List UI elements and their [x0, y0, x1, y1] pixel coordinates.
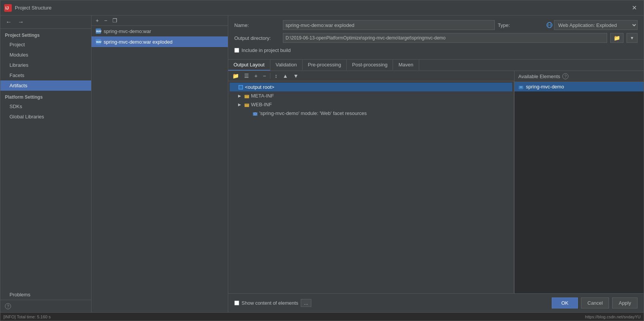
status-info: [INFO] Total time: 5.160 s [3, 315, 51, 319]
output-list-button[interactable]: ☰ [242, 72, 251, 79]
name-label: Name: [234, 22, 280, 28]
browse-output-dir-button[interactable]: 📁 [610, 33, 623, 43]
artifact-item-war[interactable]: WAR spring-mvc-demo:war [92, 26, 228, 36]
tree-item-web-inf[interactable]: ▶ WEB-INF [230, 100, 512, 109]
meta-inf-expand[interactable]: ▶ [238, 94, 243, 98]
output-layout-content: 📁 ☰ + − ↕ ▲ ▼ [228, 71, 644, 293]
web-inf-expand[interactable]: ▶ [238, 102, 243, 107]
include-in-build-label: Include in project build [242, 47, 290, 53]
status-bar: [INFO] Total time: 5.160 s https://blog.… [0, 312, 644, 321]
type-select[interactable]: Web Application: Exploded [554, 20, 638, 30]
available-elements-help-icon[interactable]: ? [562, 73, 568, 79]
output-down-button[interactable]: ▼ [291, 72, 300, 79]
show-content-row: Show content of elements ... [234, 299, 311, 307]
tree-item-output-root[interactable]: <output root> [230, 83, 512, 91]
svg-rect-12 [245, 95, 248, 96]
output-dir-row: Output directory: 📁 ▼ [234, 33, 638, 43]
output-dir-input[interactable] [283, 33, 607, 43]
tab-post-processing[interactable]: Post-processing [347, 60, 393, 71]
available-item-spring-mvc-demo[interactable]: spring-mvc-demo [515, 82, 644, 91]
name-row: Name: Type: Web Application: E [234, 20, 638, 30]
sidebar-item-modules[interactable]: Modules [0, 50, 91, 60]
cancel-button[interactable]: Cancel [581, 297, 609, 308]
apply-button[interactable]: Apply [612, 297, 638, 308]
nav-forward-button[interactable]: → [16, 18, 26, 26]
sidebar-item-artifacts[interactable]: Artifacts [0, 80, 91, 91]
war-exploded-icon: WAR [95, 39, 101, 45]
tree-item-meta-inf[interactable]: ▶ META-INF [230, 91, 512, 100]
artifacts-toolbar: + − ❐ [92, 16, 228, 26]
sidebar-item-libraries[interactable]: Libraries [0, 60, 91, 70]
artifacts-panel: + − ❐ WAR spring-mvc-demo:war [92, 16, 228, 312]
project-structure-dialog: IJ Project Structure ✕ ← → Project Setti… [0, 0, 644, 321]
app-icon: IJ [4, 4, 12, 12]
svg-rect-10 [239, 86, 242, 89]
artifacts-list: WAR spring-mvc-demo:war WAR spring-mvc-d… [92, 26, 228, 312]
web-facet-icon [253, 111, 258, 116]
sidebar-item-problems[interactable]: Problems [0, 290, 91, 300]
dialog-content: ← → Project Settings Project Modules Lib… [0, 16, 644, 312]
top-area: + − ❐ WAR spring-mvc-demo:war [92, 16, 644, 312]
tree-item-web-facet[interactable]: 'spring-mvc-demo' module: 'Web' facet re… [230, 109, 512, 118]
available-panel: Available Elements ? [515, 71, 644, 293]
include-in-build-checkbox[interactable] [234, 48, 239, 53]
status-url: https://blog.csdn.net/sndayYU [585, 315, 641, 319]
svg-rect-19 [520, 87, 522, 88]
sidebar-item-facets[interactable]: Facets [0, 70, 91, 80]
web-inf-icon [244, 102, 249, 107]
ellipsis-button[interactable]: ... [301, 299, 312, 307]
sidebar-help: ? [0, 300, 91, 312]
sidebar: ← → Project Settings Project Modules Lib… [0, 16, 92, 312]
available-item-icon [518, 84, 524, 90]
sidebar-item-global-libraries[interactable]: Global Libraries [0, 112, 91, 122]
sidebar-item-project[interactable]: Project [0, 39, 91, 50]
bottom-bar: Show content of elements ... OK Cancel A… [228, 293, 644, 312]
output-toolbar: 📁 ☰ + − ↕ ▲ ▼ [228, 71, 514, 81]
window-title: Project Structure [15, 5, 629, 11]
copy-artifact-button[interactable]: ❐ [110, 17, 119, 24]
name-input[interactable] [283, 20, 495, 30]
title-bar: IJ Project Structure ✕ [0, 0, 644, 16]
svg-rect-18 [520, 87, 522, 87]
artifact-item-war-exploded[interactable]: WAR spring-mvc-demo:war exploded [92, 36, 228, 47]
show-content-checkbox[interactable] [234, 301, 239, 305]
tabs-bar: Output Layout Validation Pre-processing … [228, 60, 644, 71]
type-icon [546, 22, 552, 28]
output-remove-button[interactable]: − [261, 72, 268, 79]
tab-pre-processing[interactable]: Pre-processing [303, 60, 347, 71]
type-label: Type: [498, 22, 543, 28]
output-add-button[interactable]: + [253, 72, 259, 79]
platform-settings-label: Platform Settings [0, 91, 91, 101]
output-root-icon [238, 85, 243, 90]
project-settings-label: Project Settings [0, 29, 91, 39]
close-button[interactable]: ✕ [629, 3, 640, 13]
output-up-button[interactable]: ▲ [281, 72, 290, 79]
help-icon[interactable]: ? [5, 303, 11, 309]
add-artifact-button[interactable]: + [94, 17, 101, 24]
available-elements-header: Available Elements ? [515, 71, 644, 82]
detail-header: Name: Type: Web Application: E [228, 16, 644, 60]
svg-text:WAR: WAR [96, 30, 101, 33]
output-folder-button[interactable]: 📁 [230, 72, 241, 79]
tab-validation[interactable]: Validation [270, 60, 303, 71]
sidebar-item-sdks[interactable]: SDKs [0, 101, 91, 112]
output-tree: <output root> ▶ [228, 81, 514, 293]
action-buttons: OK Cancel Apply [552, 297, 638, 308]
available-elements-list: spring-mvc-demo [515, 82, 644, 293]
svg-text:WAR: WAR [96, 41, 101, 43]
sidebar-nav: ← → [0, 16, 91, 29]
svg-text:IJ: IJ [5, 6, 9, 10]
output-sort-button[interactable]: ↕ [273, 72, 279, 79]
extra-button[interactable]: ▼ [627, 33, 638, 43]
include-in-build-row: Include in project build [234, 46, 638, 55]
war-icon: WAR [95, 28, 101, 34]
remove-artifact-button[interactable]: − [102, 17, 109, 24]
show-content-label: Show content of elements [242, 300, 298, 306]
tab-maven[interactable]: Maven [393, 60, 419, 71]
nav-back-button[interactable]: ← [3, 18, 14, 26]
output-dir-label: Output directory: [234, 35, 280, 41]
tab-output-layout[interactable]: Output Layout [228, 60, 270, 71]
ok-button[interactable]: OK [552, 297, 578, 308]
meta-inf-icon [244, 93, 249, 99]
details-panel: Name: Type: Web Application: E [228, 16, 644, 312]
